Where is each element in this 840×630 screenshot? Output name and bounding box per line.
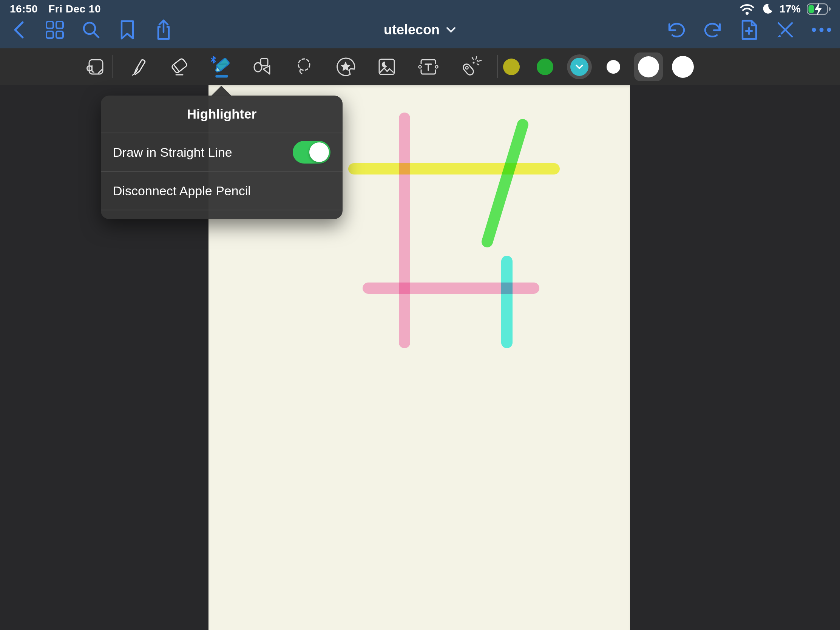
- back-button[interactable]: [7, 18, 30, 41]
- zoom-window-tool[interactable]: [82, 53, 109, 81]
- title-chevron-icon: [446, 27, 456, 33]
- color-swatch-green[interactable]: [537, 58, 553, 75]
- draw-straight-line-row[interactable]: Draw in Straight Line: [101, 133, 343, 172]
- eraser-tool[interactable]: [166, 53, 193, 81]
- color-swatch-olive[interactable]: [503, 58, 520, 75]
- header: 16:50 Fri Dec 10 17%: [0, 0, 840, 48]
- search-button[interactable]: [79, 18, 103, 41]
- popup-footer: [101, 210, 343, 219]
- highlighter-tool[interactable]: [208, 53, 235, 81]
- disconnect-apple-pencil-row[interactable]: Disconnect Apple Pencil: [101, 172, 343, 210]
- stroke-size-medium-dot: [638, 56, 659, 77]
- pen-mode-button[interactable]: [774, 18, 797, 41]
- more-button[interactable]: [810, 18, 833, 41]
- shapes-tool[interactable]: [249, 53, 276, 81]
- undo-button[interactable]: [665, 18, 688, 41]
- stroke-size-medium-selected[interactable]: [634, 52, 663, 81]
- toolbar-divider: [497, 55, 498, 78]
- nav-right: [665, 11, 833, 48]
- bookmark-button[interactable]: [115, 18, 139, 41]
- add-page-button[interactable]: [737, 18, 761, 41]
- toolbar-divider: [112, 55, 112, 78]
- tool-bar: [0, 48, 840, 85]
- document-title-label: utelecon: [384, 22, 440, 38]
- stroke-size-thick[interactable]: [672, 56, 694, 78]
- pages-grid-button[interactable]: [43, 18, 66, 41]
- highlighter-popup: Highlighter Draw in Straight Line Discon…: [101, 96, 343, 219]
- nav-left: [7, 11, 175, 48]
- bluetooth-icon: [211, 56, 215, 63]
- lasso-tool[interactable]: [291, 53, 317, 81]
- stroke-size-thin[interactable]: [606, 60, 620, 74]
- image-tool[interactable]: [373, 53, 400, 81]
- highlighter-stroke: [487, 125, 523, 242]
- popup-arrow: [211, 86, 232, 96]
- pen-tool[interactable]: [125, 53, 152, 81]
- redo-button[interactable]: [701, 18, 725, 41]
- popup-title: Highlighter: [101, 96, 343, 133]
- swatch-chevron-icon: [575, 64, 584, 69]
- laser-pointer-tool[interactable]: [456, 53, 484, 81]
- document-title[interactable]: utelecon: [384, 22, 456, 38]
- disconnect-apple-pencil-label: Disconnect Apple Pencil: [113, 183, 251, 198]
- draw-straight-line-label: Draw in Straight Line: [113, 145, 232, 160]
- elements-tool[interactable]: [332, 53, 359, 81]
- nav-bar: utelecon: [0, 11, 840, 48]
- share-button[interactable]: [152, 18, 175, 41]
- draw-straight-toggle[interactable]: [293, 141, 330, 164]
- app-screen: 16:50 Fri Dec 10 17%: [0, 0, 840, 630]
- text-tool[interactable]: [415, 53, 442, 81]
- toggle-knob: [309, 142, 329, 162]
- color-swatch-teal-selected[interactable]: [567, 54, 592, 79]
